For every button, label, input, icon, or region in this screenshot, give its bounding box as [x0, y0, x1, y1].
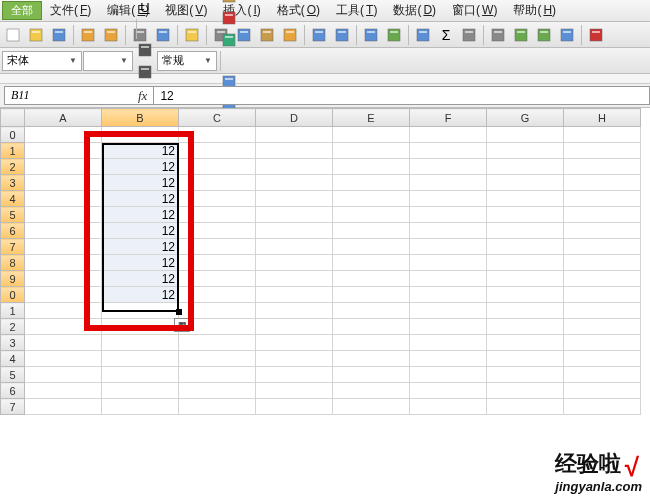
cell-H5[interactable]: [564, 207, 641, 223]
cell-C10[interactable]: [179, 287, 256, 303]
cell-D2[interactable]: [256, 159, 333, 175]
cell-F8[interactable]: [410, 255, 487, 271]
cell-C7[interactable]: [179, 239, 256, 255]
cell-D11[interactable]: [256, 303, 333, 319]
search-button[interactable]: [458, 24, 480, 46]
cell-C12[interactable]: [179, 319, 256, 335]
cell-G14[interactable]: [487, 351, 564, 367]
open-doc-button[interactable]: [25, 24, 47, 46]
cell-D5[interactable]: [256, 207, 333, 223]
cell-A5[interactable]: [25, 207, 102, 223]
cell-G17[interactable]: [487, 399, 564, 415]
cell-B5[interactable]: 12: [102, 207, 179, 223]
cell-C9[interactable]: [179, 271, 256, 287]
number-format-select[interactable]: 常规 ▼: [157, 51, 217, 71]
row-header[interactable]: 5: [1, 207, 25, 223]
cell-C3[interactable]: [179, 175, 256, 191]
row-header[interactable]: 5: [1, 367, 25, 383]
cell-C15[interactable]: [179, 367, 256, 383]
cell-F16[interactable]: [410, 383, 487, 399]
cell-H12[interactable]: [564, 319, 641, 335]
cell-F9[interactable]: [410, 271, 487, 287]
format-painter-button[interactable]: [279, 24, 301, 46]
cell-A16[interactable]: [25, 383, 102, 399]
row-header[interactable]: 2: [1, 159, 25, 175]
cell-H9[interactable]: [564, 271, 641, 287]
cell-H17[interactable]: [564, 399, 641, 415]
toggle-1-button[interactable]: [510, 24, 532, 46]
cell-B0[interactable]: [102, 127, 179, 143]
row-header[interactable]: 2: [1, 319, 25, 335]
sort-asc-button[interactable]: [308, 24, 330, 46]
row-header[interactable]: 4: [1, 191, 25, 207]
column-header-D[interactable]: D: [256, 109, 333, 127]
menu-v[interactable]: 视图(V): [157, 1, 215, 19]
cell-E12[interactable]: [333, 319, 410, 335]
cell-F15[interactable]: [410, 367, 487, 383]
menu-f[interactable]: 文件(F): [42, 1, 99, 19]
cell-B2[interactable]: 12: [102, 159, 179, 175]
cell-A4[interactable]: [25, 191, 102, 207]
cell-H8[interactable]: [564, 255, 641, 271]
row-header[interactable]: 3: [1, 175, 25, 191]
filter-button[interactable]: [556, 24, 578, 46]
cell-D14[interactable]: [256, 351, 333, 367]
cell-D9[interactable]: [256, 271, 333, 287]
cell-E2[interactable]: [333, 159, 410, 175]
menu-t[interactable]: 工具(T): [328, 1, 385, 19]
row-header[interactable]: 3: [1, 335, 25, 351]
cell-D12[interactable]: [256, 319, 333, 335]
select-all-corner[interactable]: [1, 109, 25, 127]
cell-F2[interactable]: [410, 159, 487, 175]
cell-E15[interactable]: [333, 367, 410, 383]
menu-w[interactable]: 窗口(W): [444, 1, 505, 19]
cell-A2[interactable]: [25, 159, 102, 175]
cell-E14[interactable]: [333, 351, 410, 367]
cell-C2[interactable]: [179, 159, 256, 175]
cell-B4[interactable]: 12: [102, 191, 179, 207]
cell-G8[interactable]: [487, 255, 564, 271]
decrease-dec-button[interactable]: [218, 7, 240, 29]
increase-dec-button[interactable]: [218, 29, 240, 51]
column-header-B[interactable]: B: [102, 109, 179, 127]
cell-A0[interactable]: [25, 127, 102, 143]
column-header-F[interactable]: F: [410, 109, 487, 127]
menu-d[interactable]: 数据(D): [385, 1, 444, 19]
cell-D13[interactable]: [256, 335, 333, 351]
align-left-button[interactable]: [134, 39, 156, 61]
cell-B14[interactable]: [102, 351, 179, 367]
cell-G15[interactable]: [487, 367, 564, 383]
cell-F13[interactable]: [410, 335, 487, 351]
cell-B1[interactable]: 12: [102, 143, 179, 159]
cell-F11[interactable]: [410, 303, 487, 319]
cell-E3[interactable]: [333, 175, 410, 191]
cell-E9[interactable]: [333, 271, 410, 287]
row-header[interactable]: 1: [1, 143, 25, 159]
cell-F14[interactable]: [410, 351, 487, 367]
cell-E7[interactable]: [333, 239, 410, 255]
menu-o[interactable]: 格式(O): [269, 1, 328, 19]
cell-G11[interactable]: [487, 303, 564, 319]
cell-E16[interactable]: [333, 383, 410, 399]
highlight-button[interactable]: [181, 24, 203, 46]
cell-C6[interactable]: [179, 223, 256, 239]
cell-A13[interactable]: [25, 335, 102, 351]
row-header[interactable]: 6: [1, 223, 25, 239]
cell-E11[interactable]: [333, 303, 410, 319]
cell-G2[interactable]: [487, 159, 564, 175]
cell-C5[interactable]: [179, 207, 256, 223]
cell-G1[interactable]: [487, 143, 564, 159]
cell-H10[interactable]: [564, 287, 641, 303]
cell-B8[interactable]: 12: [102, 255, 179, 271]
cell-C13[interactable]: [179, 335, 256, 351]
cell-D4[interactable]: [256, 191, 333, 207]
autofill-options-icon[interactable]: ▦: [174, 318, 190, 332]
cell-H6[interactable]: [564, 223, 641, 239]
align-center-button[interactable]: [134, 61, 156, 83]
cell-H14[interactable]: [564, 351, 641, 367]
hyperlink-button[interactable]: [360, 24, 382, 46]
cell-D0[interactable]: [256, 127, 333, 143]
cell-A3[interactable]: [25, 175, 102, 191]
cell-C17[interactable]: [179, 399, 256, 415]
cell-G13[interactable]: [487, 335, 564, 351]
